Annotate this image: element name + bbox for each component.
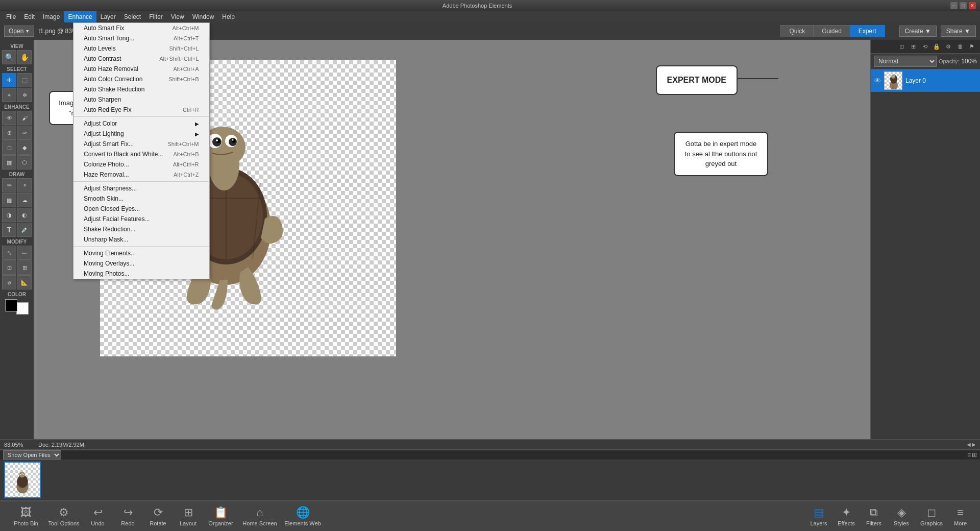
menu-item-edit[interactable]: Edit [20,11,39,22]
filmstrip-grid-view[interactable]: ⊞ [972,451,977,458]
magic-wand-tool[interactable]: ✲ [17,88,32,102]
nav-styles[interactable]: ◈ Styles [889,506,914,526]
blend-mode-select[interactable]: Normal Multiply Screen [874,56,937,67]
nav-graphics[interactable]: ◻ Graphics [916,506,947,526]
menu-shake-reduction[interactable]: Shake Reduction... [74,224,209,234]
layer-visibility-eye[interactable]: 👁 [874,77,881,85]
minimize-btn[interactable]: ─ [950,2,958,9]
menu-auto-color-correction[interactable]: Auto Color CorrectionShift+Ctrl+B [74,74,209,84]
nav-home-screen[interactable]: ⌂ Home Screen [239,506,280,526]
menu-adjust-lighting[interactable]: Adjust Lighting▶ [74,129,209,139]
menu-item-layer[interactable]: Layer [96,11,120,22]
marquee-tool[interactable]: ⬚ [17,73,32,87]
nav-photo-bin[interactable]: 🖼 Photo Bin [8,506,44,526]
nav-undo[interactable]: ↩ Undo [84,506,112,526]
mode-expert-button[interactable]: Expert [850,25,885,37]
menu-auto-shake-reduction[interactable]: Auto Shake Reduction [74,84,209,94]
menu-adjust-smart-fix[interactable]: Adjust Smart Fix...Shift+Ctrl+M [74,139,209,149]
stamp-tool[interactable]: ✑ [17,126,32,140]
nav-layout[interactable]: ⊞ Layout [174,506,202,526]
menu-adjust-sharpness[interactable]: Adjust Sharpness... [74,183,209,194]
menu-auto-sharpen[interactable]: Auto Sharpen [74,94,209,105]
menu-adjust-facial[interactable]: Adjust Facial Features... [74,214,209,224]
menu-auto-red-eye-fix[interactable]: Auto Red Eye FixCtrl+R [74,105,209,115]
filmstrip-list-view[interactable]: ≡ [967,451,971,458]
menu-moving-overlays[interactable]: Moving Overlays... [74,258,209,269]
dodge-tool[interactable]: ◐ [17,208,32,222]
menu-convert-bw[interactable]: Convert to Black and White...Alt+Ctrl+B [74,149,209,159]
menu-colorize-photo[interactable]: Colorize Photo...Alt+Ctrl+R [74,159,209,170]
menu-auto-haze-removal[interactable]: Auto Haze RemovalAlt+Ctrl+A [74,64,209,74]
pencil-tool[interactable]: ✏ [2,178,16,192]
menu-moving-elements[interactable]: Moving Elements... [74,248,209,258]
nav-elements-web[interactable]: 🌐 Elements Web [282,506,323,526]
straighten-tool[interactable]: ⟝ [17,246,32,260]
transform-tool[interactable]: ⤡ [2,246,16,260]
menu-auto-levels[interactable]: Auto LevelsShift+Ctrl+L [74,43,209,54]
pattern-tool[interactable]: ▩ [2,193,16,207]
burn-tool[interactable]: ◑ [2,208,16,222]
paint-bucket-tool[interactable]: ◆ [17,140,32,155]
foreground-color-swatch[interactable] [5,299,17,311]
hand-tool[interactable]: ✋ [17,50,32,64]
custom-tool[interactable]: ⬡ [17,155,32,170]
eyedropper-tool[interactable]: 💉 [17,223,32,237]
brush2-tool[interactable]: ⚬ [17,178,32,192]
brush-tool[interactable]: 🖌 [17,111,32,125]
create-button[interactable]: Create ▼ [899,26,937,37]
layer-icon-btn4[interactable]: 🔒 [932,41,942,52]
menu-auto-contrast[interactable]: Auto ContrastAlt+Shift+Ctrl+L [74,54,209,64]
menu-haze-removal[interactable]: Haze Removal...Alt+Ctrl+Z [74,170,209,180]
nav-filters[interactable]: ⧉ Filters [861,506,887,526]
scroll-left-btn[interactable]: ◀ [967,442,971,447]
menu-smooth-skin[interactable]: Smooth Skin... [74,194,209,204]
recompose-tool[interactable]: ⊞ [17,260,32,275]
menu-auto-smart-fix[interactable]: Auto Smart FixAlt+Ctrl+M [74,23,209,33]
menu-item-image[interactable]: Image [39,11,64,22]
filmstrip-thumb[interactable] [4,462,41,498]
nav-redo[interactable]: ↪ Redo [114,506,142,526]
eraser-tool[interactable]: ◻ [2,140,16,155]
move-tool[interactable]: ✛ [2,73,16,87]
background-color-swatch[interactable] [16,302,29,315]
nav-effects[interactable]: ✦ Effects [834,506,859,526]
zoom-tool[interactable]: 🔍 [2,50,16,64]
mode-quick-button[interactable]: Quick [780,25,813,37]
smudge-tool[interactable]: ☁ [17,193,32,207]
menu-item-enhance[interactable]: Enhance [64,11,96,22]
eye-tool[interactable]: 👁 [2,111,16,125]
menu-item-filter[interactable]: Filter [145,11,167,22]
menu-adjust-color[interactable]: Adjust Color▶ [74,118,209,129]
menu-open-closed-eyes[interactable]: Open Closed Eyes... [74,204,209,214]
scroll-right-btn[interactable]: ▶ [972,442,976,447]
layer-icon-btn6[interactable]: 🗑 [955,41,965,52]
ruler-tool[interactable]: 📐 [17,275,32,289]
warp-tool[interactable]: ⌀ [2,275,16,289]
show-open-files-select[interactable]: Show Open Files Show Photo Bin [3,450,61,460]
nav-tool-options[interactable]: ⚙ Tool Options [46,506,82,526]
gradient-tool[interactable]: ▦ [2,155,16,170]
menu-item-select[interactable]: Select [120,11,145,22]
heal-tool[interactable]: ⊕ [2,126,16,140]
close-btn[interactable]: ✕ [969,2,976,9]
type-tool[interactable]: T [2,223,16,237]
share-button[interactable]: Share ▼ [941,26,976,37]
mode-guided-button[interactable]: Guided [813,25,850,37]
menu-unsharp-mask[interactable]: Unsharp Mask... [74,234,209,245]
nav-more[interactable]: ≡ More [949,506,972,526]
menu-moving-photos[interactable]: Moving Photos... [74,269,209,279]
layer-icon-btn2[interactable]: ⊞ [908,41,918,52]
layer-item[interactable]: 👁 Layer 0 [871,69,980,92]
restore-btn[interactable]: □ [960,2,967,9]
nav-organizer[interactable]: 📋 Organizer [204,506,237,526]
menu-item-file[interactable]: File [2,11,20,22]
layer-icon-btn5[interactable]: ⚙ [943,41,953,52]
menu-item-view[interactable]: View [167,11,188,22]
nav-rotate[interactable]: ⟳ Rotate [144,506,172,526]
open-button[interactable]: Open ▼ [4,26,34,37]
layer-icon-btn3[interactable]: ⟲ [920,41,930,52]
menu-item-window[interactable]: Window [188,11,218,22]
layer-icon-btn1[interactable]: ⊡ [896,41,906,52]
menu-item-help[interactable]: Help [218,11,239,22]
lasso-tool[interactable]: ⌖ [2,88,16,102]
